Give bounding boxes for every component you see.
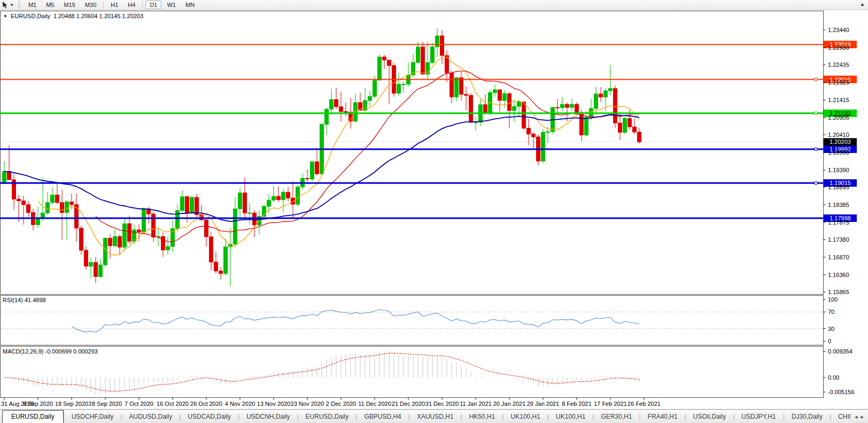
hline-handle[interactable] bbox=[815, 148, 817, 151]
timeframe-button-mn[interactable]: MN bbox=[181, 1, 199, 9]
date-axis: 31 Aug 20209 Sep 202018 Sep 202028 Sep 2… bbox=[1, 398, 661, 407]
tabs-scroll-left-icon[interactable]: ◂ bbox=[855, 413, 858, 420]
symbol-dropdown-icon[interactable]: ▼ bbox=[3, 14, 7, 19]
axis-tick-label: 1.18895 bbox=[828, 184, 849, 190]
panel-frame bbox=[1, 347, 824, 398]
timeframe-button-h4[interactable]: H4 bbox=[123, 1, 140, 9]
candle-body bbox=[118, 236, 122, 247]
candle-body bbox=[84, 250, 88, 266]
chart-area[interactable]: 1.230191.220101.210321.199921.190151.179… bbox=[0, 10, 868, 409]
timeframe-button-m1[interactable]: M1 bbox=[24, 1, 41, 9]
timeframe-button-d1[interactable]: D1 bbox=[145, 1, 161, 9]
rsi-line bbox=[72, 310, 639, 332]
candle-body bbox=[113, 236, 117, 245]
tab-gbpusd-h4-6[interactable]: GBPUSD,H4 bbox=[357, 410, 408, 423]
candle-body bbox=[623, 119, 627, 133]
candle-body bbox=[517, 102, 521, 106]
candle-body bbox=[599, 94, 603, 97]
tab-hk50-h1-8[interactable]: HK50,H1 bbox=[462, 410, 502, 423]
candle-body bbox=[205, 220, 208, 237]
candle-body bbox=[585, 117, 588, 135]
hline-handle[interactable] bbox=[815, 112, 817, 114]
tab-usdchf-daily-1[interactable]: USDCHF,Daily bbox=[65, 410, 121, 423]
timeframe-button-m15[interactable]: M15 bbox=[59, 1, 79, 9]
candle-body bbox=[436, 36, 439, 47]
candle-body bbox=[70, 202, 74, 204]
axis-tick-label: 1.20410 bbox=[828, 132, 849, 138]
candle-body bbox=[80, 228, 83, 250]
toolbar-grip[interactable] bbox=[17, 1, 20, 9]
date-label: 2 Dec 2020 bbox=[326, 401, 356, 407]
tab-audusd-daily-2[interactable]: AUDUSD,Daily bbox=[122, 410, 180, 423]
candle-body bbox=[296, 187, 300, 204]
tab-eurusd-daily-0[interactable]: EURUSD,Daily bbox=[2, 410, 64, 423]
cursor-icon bbox=[2, 2, 9, 9]
tab-xauusd-h1-7[interactable]: XAUUSD,H1 bbox=[410, 410, 461, 423]
candle-body bbox=[291, 198, 295, 204]
candle-body bbox=[527, 128, 531, 134]
tabs-scroll-right-icon[interactable]: ▸ bbox=[861, 413, 864, 420]
tab-uk100-h1-10[interactable]: UK100,H1 bbox=[549, 410, 592, 423]
candle-body bbox=[60, 203, 64, 213]
chart-title: ▼ EURUSD,Daily 1.20488 1.20604 1.20145 1… bbox=[3, 13, 143, 19]
tab-fra40-h1-12[interactable]: FRA40,H1 bbox=[641, 410, 685, 423]
candle-body bbox=[325, 109, 329, 124]
scroll-up-icon[interactable]: ▲ bbox=[860, 2, 865, 7]
candle-body bbox=[373, 80, 377, 96]
chart-title-ohlc: 1.20488 1.20604 1.20145 1.20203 bbox=[53, 13, 143, 19]
candle-body bbox=[565, 104, 569, 107]
hline-handle[interactable] bbox=[815, 182, 817, 184]
candle-body bbox=[248, 213, 252, 213]
macd-indicator-label: MACD(12,26,9) -0.000699 0.000293 bbox=[3, 348, 98, 355]
rsi-axis-label: 0 bbox=[828, 338, 831, 344]
candle-body bbox=[532, 134, 536, 137]
timeframe-button-m5[interactable]: M5 bbox=[42, 1, 58, 9]
crosshair-tool-button[interactable]: ▼ bbox=[0, 1, 16, 9]
rsi-axis-label: 30 bbox=[828, 326, 834, 332]
candle-body bbox=[440, 36, 444, 56]
tab-eurusd-daily-5[interactable]: EURUSD,Daily bbox=[299, 410, 356, 423]
timeframe-button-w1[interactable]: W1 bbox=[162, 1, 180, 9]
candle-body bbox=[89, 263, 93, 266]
tab-usdjpy-h1-14[interactable]: USDJPY,H1 bbox=[734, 410, 782, 423]
hline-handle[interactable] bbox=[815, 78, 817, 81]
horizontal-line[interactable]: 1.19992 bbox=[0, 145, 857, 153]
timeframe-button-h1[interactable]: H1 bbox=[106, 1, 122, 9]
tab-usoil-daily-13[interactable]: USOil,Daily bbox=[686, 410, 733, 423]
date-label: 23 Nov 2020 bbox=[291, 401, 324, 407]
candle-body bbox=[493, 90, 497, 93]
candle-body bbox=[224, 247, 228, 274]
tab-china300-h1-16[interactable]: CHINA300,H1 bbox=[831, 410, 850, 423]
chart-tabs-bar: EURUSD,DailyUSDCHF,Daily|AUDUSD,Daily|US… bbox=[0, 409, 868, 423]
candle-body bbox=[570, 104, 574, 107]
horizontal-line[interactable]: 1.22010 bbox=[0, 76, 857, 83]
horizontal-line[interactable]: 1.23019 bbox=[0, 41, 857, 48]
date-label: 16 Oct 2020 bbox=[157, 401, 189, 407]
horizontal-line[interactable]: 1.19015 bbox=[0, 179, 857, 187]
candles bbox=[3, 28, 641, 287]
rsi-axis-label: 100 bbox=[828, 296, 838, 303]
axis-tick-label: 1.17380 bbox=[828, 236, 849, 243]
rsi-indicator-label: RSI(14) 41.4898 bbox=[3, 297, 46, 303]
toolbar-separator bbox=[103, 1, 104, 9]
candle-body bbox=[176, 211, 180, 229]
date-label: 8 Feb 2021 bbox=[562, 401, 592, 407]
tab-uk100-h1-9[interactable]: UK100,H1 bbox=[504, 410, 547, 423]
axis-tick-label: 1.21925 bbox=[828, 79, 849, 86]
chart-canvas[interactable]: 1.230191.220101.210321.199921.190151.179… bbox=[0, 10, 868, 409]
horizontal-line[interactable]: 1.17998 bbox=[0, 214, 857, 222]
timeframe-button-m30[interactable]: M30 bbox=[81, 1, 100, 9]
tab-usdcad-daily-3[interactable]: USDCAD,Daily bbox=[181, 410, 238, 423]
candle-body bbox=[190, 197, 194, 212]
candle-body bbox=[344, 112, 348, 112]
horizontal-line[interactable]: 1.21032 bbox=[0, 110, 857, 117]
tab-ger30-h1-11[interactable]: GER30,H1 bbox=[594, 410, 639, 423]
candle-body bbox=[104, 238, 107, 265]
candle-body bbox=[561, 104, 564, 107]
candle-body bbox=[137, 230, 141, 232]
candle-body bbox=[277, 196, 281, 199]
tab-usdcnh-daily-4[interactable]: USDCNH,Daily bbox=[239, 410, 297, 423]
candle-body bbox=[306, 179, 309, 179]
macd-axis-label: -0.005156 bbox=[828, 389, 855, 395]
tab-dj30-daily-15[interactable]: DJ30,Daily bbox=[785, 410, 830, 423]
